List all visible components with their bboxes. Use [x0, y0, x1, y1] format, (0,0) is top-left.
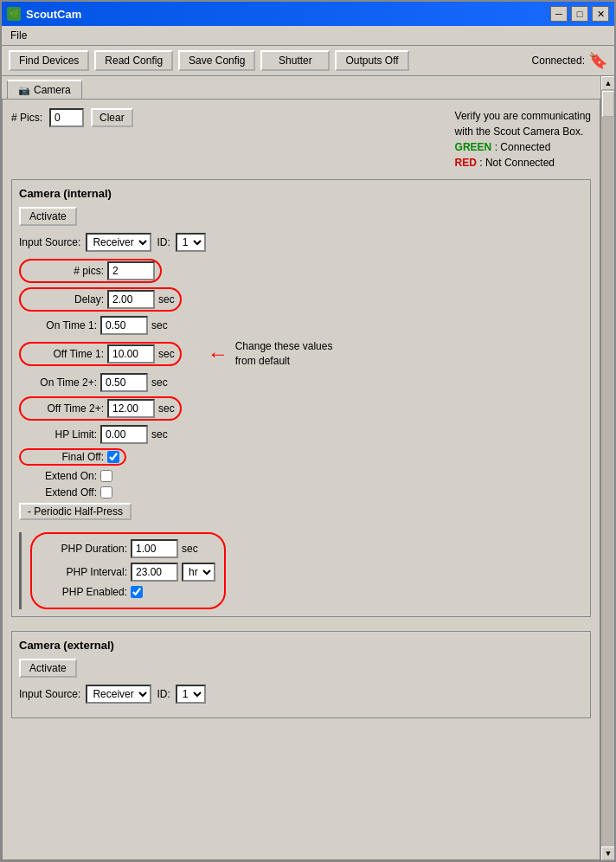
pics-label: # Pics: — [11, 112, 42, 124]
extend-on-row: Extend On: — [19, 470, 583, 482]
php-interval-input[interactable] — [131, 563, 178, 582]
menu-bar: File — [2, 26, 614, 46]
camera-tab-icon: 📷 — [18, 85, 30, 96]
clear-button[interactable]: Clear — [91, 108, 133, 127]
off-time1-unit: sec — [158, 348, 175, 360]
green-label: GREEN — [455, 141, 492, 153]
php-enabled-checkbox[interactable] — [131, 586, 143, 598]
php-enabled-label: PHP Enabled: — [41, 586, 127, 598]
pics-input[interactable] — [49, 108, 84, 127]
php-collapse-button[interactable]: - Periodic Half-Press — [19, 503, 132, 520]
tab-camera-label: Camera — [34, 84, 71, 96]
red-label: RED — [455, 157, 477, 169]
off-time2-input[interactable] — [107, 399, 155, 418]
verify-line1: Verify you are communicating — [455, 108, 591, 124]
close-button[interactable]: ✕ — [592, 6, 609, 22]
pics-circle: # pics: — [19, 259, 162, 283]
scroll-up-button[interactable]: ▲ — [601, 76, 614, 90]
hp-limit-row: HP Limit: sec — [19, 425, 583, 444]
input-source-dropdown[interactable]: Receiver — [86, 233, 151, 252]
on-time1-row: On Time 1: sec — [19, 316, 583, 335]
camera-internal-activate-button[interactable]: Activate — [19, 207, 77, 226]
php-group-circle: PHP Duration: sec PHP Interval: hr — [30, 532, 226, 609]
camera-external-activate-button[interactable]: Activate — [19, 659, 77, 678]
red-status: RED : Not Connected — [455, 155, 591, 170]
connected-label-text: Connected: — [532, 55, 585, 67]
delay-row: Delay: sec — [19, 287, 583, 312]
external-input-source-label: Input Source: — [19, 688, 80, 700]
input-source-row: Input Source: Receiver ID: 1 — [19, 233, 583, 252]
app-icon: 🌿 — [7, 7, 21, 21]
off-time2-row: Off Time 2+: sec — [19, 396, 583, 421]
off-time2-label: Off Time 2+: — [26, 402, 104, 415]
tab-area: 📷 Camera # Pics: Clear Verify you are co… — [2, 76, 600, 860]
read-config-button[interactable]: Read Config — [94, 50, 173, 71]
tab-strip: 📷 Camera — [2, 76, 600, 99]
camera-internal-section: Camera (internal) Activate Input Source:… — [11, 179, 591, 617]
on-time2-label: On Time 2+: — [19, 376, 97, 389]
delay-label: Delay: — [26, 293, 104, 306]
hp-limit-input[interactable] — [100, 425, 148, 444]
toolbar: Find Devices Read Config Save Config Shu… — [2, 46, 614, 76]
php-interval-unit-dropdown[interactable]: hr — [182, 563, 215, 582]
save-config-button[interactable]: Save Config — [178, 50, 255, 71]
extend-off-row: Extend Off: — [19, 486, 583, 499]
connected-status: Connected: 🔖 — [532, 51, 607, 70]
off-time1-input[interactable] — [107, 344, 155, 363]
on-time2-unit: sec — [151, 376, 168, 389]
arrow-left-icon: ← — [208, 342, 228, 366]
extend-on-label: Extend On: — [19, 470, 97, 482]
menu-file[interactable]: File — [5, 28, 32, 43]
maximize-button[interactable]: □ — [571, 6, 588, 22]
final-off-row: Final Off: — [19, 448, 583, 466]
hp-limit-label: HP Limit: — [19, 428, 97, 441]
delay-circle: Delay: sec — [19, 287, 182, 312]
external-id-dropdown[interactable]: 1 — [176, 685, 206, 704]
shutter-button[interactable]: Shutter — [260, 50, 330, 71]
internal-pics-input[interactable] — [107, 261, 155, 280]
scroll-track[interactable] — [601, 90, 614, 846]
change-annotation: ← Change these valuesfrom default — [208, 339, 333, 369]
final-off-checkbox[interactable] — [107, 451, 119, 463]
extend-off-checkbox[interactable] — [100, 486, 112, 499]
window-title: ScoutCam — [26, 8, 81, 21]
tab-camera[interactable]: 📷 Camera — [7, 80, 82, 99]
internal-pics-label: # pics: — [26, 265, 104, 277]
php-duration-label: PHP Duration: — [41, 543, 127, 555]
off-time2-unit: sec — [158, 402, 175, 415]
outputs-off-button[interactable]: Outputs Off — [335, 50, 408, 71]
scroll-thumb[interactable] — [602, 91, 614, 117]
php-duration-input[interactable] — [131, 539, 178, 558]
panel-pics-area: # Pics: Clear — [11, 108, 455, 127]
window-controls: ─ □ ✕ — [550, 6, 609, 22]
php-interval-row: PHP Interval: hr — [41, 563, 215, 582]
find-devices-button[interactable]: Find Devices — [9, 50, 89, 71]
php-duration-row: PHP Duration: sec — [41, 539, 215, 558]
off-time2-circle: Off Time 2+: sec — [19, 396, 182, 421]
connected-icon: 🔖 — [588, 51, 607, 70]
camera-internal-title: Camera (internal) — [19, 187, 583, 200]
final-off-circle: Final Off: — [19, 448, 126, 466]
main-window: 🌿 ScoutCam ─ □ ✕ File Find Devices Read … — [0, 0, 616, 862]
php-enabled-row: PHP Enabled: — [41, 586, 215, 598]
on-time1-input[interactable] — [100, 316, 148, 335]
camera-external-section: Camera (external) Activate Input Source:… — [11, 631, 591, 718]
delay-unit: sec — [158, 293, 175, 306]
green-suffix: : Connected — [495, 141, 551, 153]
php-duration-unit: sec — [182, 543, 198, 555]
change-annotation-text: Change these valuesfrom default — [235, 339, 333, 369]
delay-input[interactable] — [107, 290, 155, 309]
minimize-button[interactable]: ─ — [550, 6, 568, 22]
extend-off-label: Extend Off: — [19, 486, 97, 499]
scroll-down-button[interactable]: ▼ — [601, 846, 614, 860]
final-off-label: Final Off: — [26, 451, 104, 463]
external-input-source-dropdown[interactable]: Receiver — [86, 685, 151, 704]
extend-on-checkbox[interactable] — [100, 470, 112, 482]
id-dropdown[interactable]: 1 — [176, 233, 206, 252]
id-label: ID: — [157, 236, 170, 248]
hp-limit-unit: sec — [151, 428, 168, 441]
off-time1-circle: Off Time 1: sec — [19, 342, 182, 366]
title-bar: 🌿 ScoutCam ─ □ ✕ — [2, 2, 614, 26]
on-time2-input[interactable] — [100, 373, 148, 392]
green-status: GREEN : Connected — [455, 139, 591, 155]
